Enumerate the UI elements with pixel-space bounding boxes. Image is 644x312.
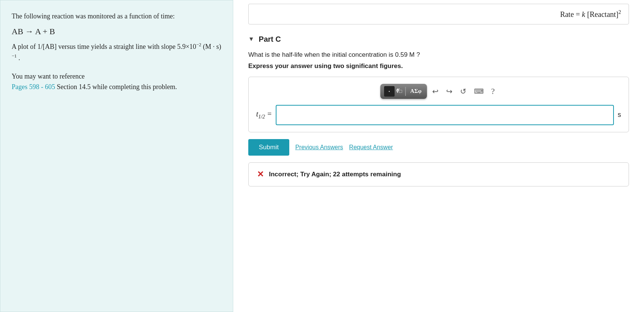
input-row: t1/2 = s (256, 105, 621, 125)
exp-neg1: −1 (12, 53, 17, 59)
submit-button[interactable]: Submit (248, 139, 289, 156)
refresh-button[interactable]: ↺ (458, 85, 469, 97)
reaction-eq-text: AB → A + B (12, 27, 55, 36)
toolbar-btn-group: ▪ ∜□ ΑΣφ (380, 84, 427, 99)
left-panel: The following reaction was monitored as … (0, 0, 233, 312)
collapse-arrow-icon[interactable]: ▼ (248, 36, 254, 42)
sqrt-icon: ∜□ (396, 88, 402, 94)
matrix-icon: ▪ (384, 86, 395, 97)
intro-text: The following reaction was monitored as … (12, 11, 222, 22)
part-c-header: ▼ Part C (248, 35, 629, 44)
feedback-box: ✕ Incorrect; Try Again; 22 attempts rema… (248, 162, 629, 186)
keyboard-button[interactable]: ⌨ (472, 85, 486, 97)
feedback-text: Incorrect; Try Again; 22 attempts remain… (269, 171, 401, 178)
help-icon[interactable]: ? (489, 85, 497, 98)
toolbar-divider (405, 87, 406, 96)
reference-text: You may want to reference Pages 598 - 60… (12, 71, 222, 93)
right-panel: Rate = k [Reactant]2 ▼ Part C What is th… (233, 0, 644, 312)
submit-row: Submit Previous Answers Request Answer (248, 139, 629, 156)
reaction-equation: AB → A + B (12, 25, 222, 38)
part-c-title: Part C (259, 35, 281, 44)
answer-input[interactable] (276, 105, 614, 125)
math-toolbar: ▪ ∜□ ΑΣφ ↩ ↪ ↺ ⌨ ? (256, 84, 621, 99)
question-text: What is the half-life when the initial c… (248, 51, 629, 59)
unit-label: s (618, 111, 621, 119)
error-icon: ✕ (257, 170, 264, 179)
redo-button[interactable]: ↪ (444, 85, 455, 97)
rate-formula-text: Rate = k [Reactant]2 (560, 10, 621, 18)
exp-neg2: −2 (196, 42, 201, 47)
input-label: t1/2 = (256, 110, 272, 120)
previous-answers-button[interactable]: Previous Answers (295, 144, 343, 151)
undo-button[interactable]: ↩ (430, 85, 441, 97)
greek-btn[interactable]: ΑΣφ (409, 88, 423, 94)
request-answer-button[interactable]: Request Answer (349, 144, 393, 151)
instruction-text: Express your answer using two significan… (248, 62, 629, 70)
keyboard-icon: ⌨ (474, 88, 484, 95)
rate-formula-bar: Rate = k [Reactant]2 (248, 4, 629, 24)
answer-container: ▪ ∜□ ΑΣφ ↩ ↪ ↺ ⌨ ? t1/2 = s (248, 77, 629, 132)
reference-link[interactable]: Pages 598 - 605 (12, 83, 55, 91)
plot-description: A plot of 1/[AB] versus time yields a st… (12, 41, 222, 64)
